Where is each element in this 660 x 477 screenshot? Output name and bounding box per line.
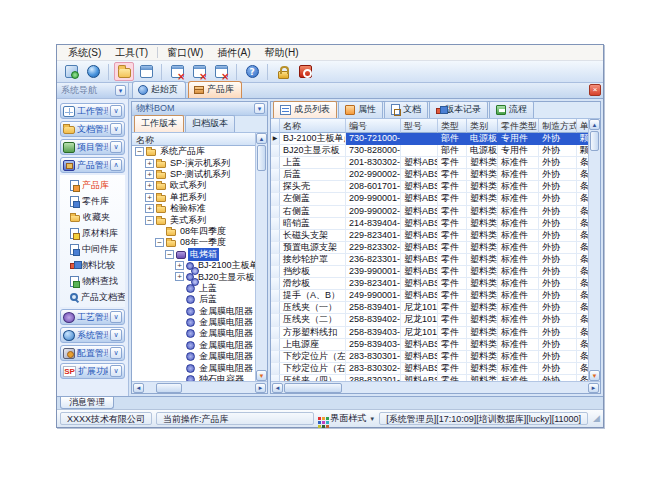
- scroll-down-icon[interactable]: ▼: [256, 370, 267, 381]
- table-row[interactable]: 后盖202-990002-01X塑料ABS零件塑料类标准件外协条: [271, 169, 588, 181]
- collapse-toggle-icon[interactable]: −: [135, 147, 144, 156]
- tabstrip-close-button[interactable]: ×: [589, 84, 601, 96]
- table-vertical-scrollbar[interactable]: ▲ ▼: [588, 119, 600, 381]
- tab-文档[interactable]: 文档: [384, 101, 428, 118]
- table-row[interactable]: 左侧盖209-990001-01X塑料ABS零件塑料类标准件外协条: [271, 193, 588, 205]
- menu-item-5[interactable]: 帮助(H): [258, 45, 306, 61]
- sidebar-group-文档管理[interactable]: 文档管理∨: [60, 121, 125, 137]
- column-header-零件类型[interactable]: 零件类型: [498, 119, 539, 133]
- sidebar-group-工作管理[interactable]: 工作管理∨: [60, 103, 125, 119]
- close-window-1-button[interactable]: [167, 62, 187, 81]
- scroll-thumb[interactable]: [156, 383, 182, 393]
- layout-button[interactable]: [136, 62, 156, 81]
- table-row[interactable]: 上盖201-830302-00X塑料ABS零件塑料类标准件外协条: [271, 157, 588, 169]
- table-row[interactable]: 提手（A、B）249-990001-01X塑料ABS零件塑料类标准件外协条: [271, 290, 588, 302]
- expand-toggle-icon[interactable]: +: [175, 272, 184, 281]
- expand-toggle-icon[interactable]: +: [145, 159, 154, 168]
- table-row[interactable]: 探头壳208-601701-01X塑料ABS零件塑料类标准件外协条: [271, 181, 588, 193]
- chevron-down-icon[interactable]: ∨: [110, 365, 122, 377]
- table-row[interactable]: 右侧盖209-990002-01X塑料ABS零件塑料类标准件外协条: [271, 206, 588, 218]
- column-header-类型[interactable]: 类型: [438, 119, 467, 133]
- tab-属性[interactable]: 属性: [338, 101, 383, 118]
- chevron-up-icon[interactable]: ∧: [110, 159, 122, 171]
- table-row[interactable]: 预置电源支架229-823302-00X塑料ABS零件塑料类标准件外协条: [271, 242, 588, 254]
- collapse-toggle-icon[interactable]: −: [155, 238, 164, 247]
- sidebar-item-收藏夹[interactable]: 收藏夹: [60, 209, 125, 225]
- scroll-thumb[interactable]: [284, 383, 342, 393]
- column-header-制造方式[interactable]: 制造方式: [539, 119, 577, 133]
- folder-button[interactable]: [114, 62, 134, 81]
- chevron-down-icon[interactable]: ∨: [110, 329, 122, 341]
- scroll-up-icon[interactable]: ▲: [256, 133, 267, 144]
- table-row[interactable]: ▶BJ-2100主板单点730-721000-12X部件电源板专用件外协颗: [271, 133, 588, 145]
- table-row[interactable]: 下纱定位片（左）283-830301-00X塑料ABS零件塑料类标准件外协条: [271, 351, 588, 363]
- message-management-tab[interactable]: 消息管理: [60, 397, 114, 409]
- tab-归档版本[interactable]: 归档版本: [185, 115, 235, 132]
- table-row[interactable]: 下纱定位片（右）283-830302-00X塑料ABS零件塑料类标准件外协条: [271, 363, 588, 375]
- sidebar-item-产品文档查找[interactable]: 产品文档查找: [60, 289, 125, 305]
- tab-流程[interactable]: 流程: [489, 101, 534, 118]
- collapse-toggle-icon[interactable]: −: [165, 250, 174, 259]
- sidebar-item-中间件库[interactable]: 中间件库: [60, 241, 125, 257]
- scroll-left-icon[interactable]: ◄: [272, 383, 283, 393]
- table-row[interactable]: 压线夹（二）258-839402-00X尼龙1010零件塑料类标准件外协条: [271, 314, 588, 326]
- resize-grip[interactable]: ◢: [593, 414, 600, 423]
- sidebar-group-配置管理[interactable]: 配置管理∨: [60, 345, 125, 361]
- sidebar-item-物料比较[interactable]: 物料比较: [60, 257, 125, 273]
- chevron-down-icon[interactable]: ∨: [110, 123, 122, 135]
- scroll-right-icon[interactable]: ►: [255, 383, 266, 393]
- column-header-编号[interactable]: 编号: [346, 119, 401, 133]
- scroll-thumb[interactable]: [257, 145, 266, 171]
- menu-item-3[interactable]: 窗口(W): [160, 45, 210, 61]
- table-row[interactable]: 长磁头支架229-823401-00X塑料ABS零件塑料类标准件外协条: [271, 230, 588, 242]
- scroll-left-icon[interactable]: ◄: [133, 383, 144, 393]
- sidebar-item-原材料库[interactable]: 原材料库: [60, 225, 125, 241]
- lock-button[interactable]: [273, 62, 293, 81]
- menu-item-4[interactable]: 插件(A): [210, 45, 257, 61]
- close-window-3-button[interactable]: [211, 62, 231, 81]
- tab-成员列表[interactable]: 成员列表: [273, 101, 337, 118]
- table-row[interactable]: 挡纱板239-990001-01X塑料ABS零件塑料类标准件外协条: [271, 266, 588, 278]
- workspace-button[interactable]: [61, 62, 81, 81]
- scroll-down-icon[interactable]: ▼: [589, 370, 600, 381]
- sidebar-group-项目管理[interactable]: 项目管理∨: [60, 139, 125, 155]
- sidebar-pin-button[interactable]: ▾: [115, 85, 126, 96]
- table-row[interactable]: 暗销盖214-839404-01X塑料ABS零件塑料类标准件外协条: [271, 218, 588, 230]
- table-row[interactable]: 压线夹（四）288-830301-00X塑料ABS零件塑料类标准件外协条: [271, 375, 588, 381]
- table-row[interactable]: 滑纱板239-823401-00X塑料ABS零件塑料类标准件外协条: [271, 278, 588, 290]
- expand-toggle-icon[interactable]: +: [145, 170, 154, 179]
- tab-起始页[interactable]: 起始页: [132, 81, 186, 98]
- tree-node-上盖[interactable]: 上盖: [132, 283, 255, 294]
- sidebar-item-物料查找[interactable]: 物料查找: [60, 273, 125, 289]
- tree-node-独石电容器[interactable]: 独石电容器: [132, 374, 255, 381]
- table-horizontal-scrollbar[interactable]: ◄ ►: [271, 381, 600, 393]
- column-header-名称[interactable]: 名称: [280, 119, 346, 133]
- chevron-down-icon[interactable]: ∨: [110, 347, 122, 359]
- expand-toggle-icon[interactable]: +: [145, 193, 154, 202]
- interface-style-selector[interactable]: 界面样式 ▼: [318, 412, 375, 425]
- chevron-down-icon[interactable]: ∨: [110, 141, 122, 153]
- close-window-2-button[interactable]: [189, 62, 209, 81]
- scroll-right-icon[interactable]: ►: [588, 383, 599, 393]
- exit-button[interactable]: [295, 62, 315, 81]
- menu-item-1[interactable]: 系统(S): [61, 45, 108, 61]
- globe-button[interactable]: [83, 62, 103, 81]
- collapse-toggle-icon[interactable]: −: [145, 216, 154, 225]
- table-row[interactable]: BJ20主显示板730-828000-04X部件电源板专用件外协颗: [271, 145, 588, 157]
- chevron-down-icon[interactable]: ∨: [110, 105, 122, 117]
- table-row[interactable]: 接纱轮护罩236-823301-00X塑料ABS零件塑料类标准件外协条: [271, 254, 588, 266]
- help-button[interactable]: [242, 62, 262, 81]
- expand-toggle-icon[interactable]: +: [145, 181, 154, 190]
- tab-工作版本[interactable]: 工作版本: [134, 115, 184, 132]
- column-header-型号[interactable]: 型号: [401, 119, 438, 133]
- sidebar-group-工艺管理[interactable]: 工艺管理∨: [60, 309, 125, 325]
- sidebar-group-产品管理[interactable]: 产品管理∧: [60, 157, 125, 173]
- bom-panel-menu-button[interactable]: ▾: [254, 103, 265, 114]
- scroll-thumb[interactable]: [590, 131, 599, 151]
- sidebar-group-扩展功能[interactable]: SP扩展功能∨: [60, 363, 125, 379]
- tab-版本记录[interactable]: 版本记录: [429, 101, 488, 118]
- scroll-up-icon[interactable]: ▲: [589, 119, 600, 130]
- tree-horizontal-scrollbar[interactable]: ◄ ►: [132, 381, 267, 393]
- expand-toggle-icon[interactable]: +: [175, 261, 184, 270]
- table-row[interactable]: 压线夹（一）258-839401-00X尼龙1010零件塑料类标准件外协条: [271, 302, 588, 314]
